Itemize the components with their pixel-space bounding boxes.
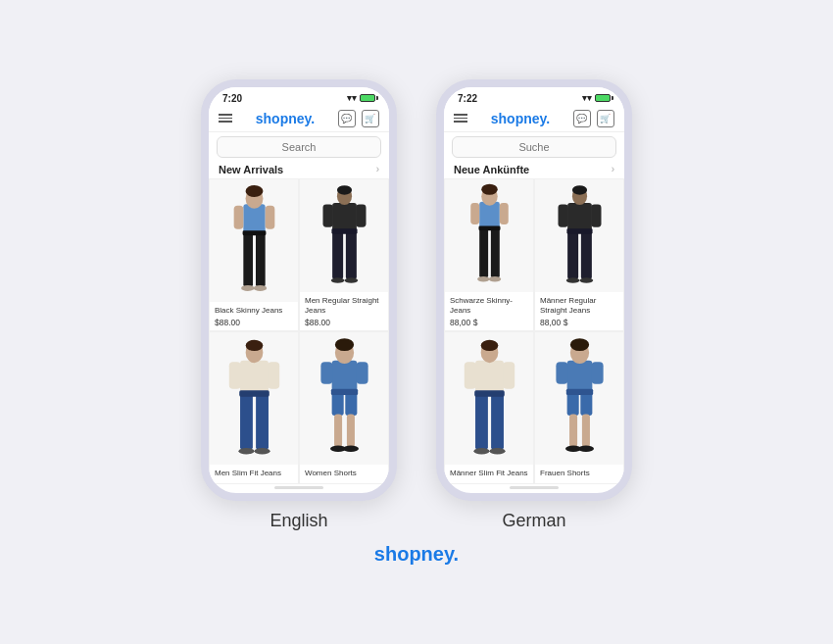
product-image [535,332,623,465]
phone-german: 7:22 ▾▾ shopney. 💬 🛒 Neue Ankünfte › [436,79,632,501]
svg-point-9 [253,285,266,291]
product-info: Männer Slim Fit Jeans [445,465,533,483]
svg-point-70 [473,448,489,454]
section-arrow[interactable]: › [612,164,614,174]
product-name: Black Skinny Jeans [215,306,293,316]
product-name: Schwarze Skinny-Jeans [450,296,528,315]
svg-rect-79 [565,389,592,395]
svg-point-24 [245,340,263,351]
svg-point-28 [238,448,254,454]
product-image [445,179,533,293]
svg-rect-72 [566,361,592,392]
product-info: Männer Regular Straight Jeans88,00 $ [535,292,623,329]
product-info: Men Slim Fit Jeans [210,465,298,483]
menu-icon[interactable] [219,112,232,124]
svg-rect-53 [558,205,567,227]
svg-rect-54 [591,205,601,227]
chat-icon[interactable]: 💬 [573,110,591,127]
product-info: Black Skinny Jeans$88.00 [210,302,298,330]
battery-icon [360,94,375,102]
product-cell[interactable]: Women Shorts [299,331,389,484]
phone-container-english: 7:20 ▾▾ shopney. 💬 🛒 New Arrivals › [201,79,397,531]
product-cell[interactable]: Männer Slim Fit Jeans [444,331,534,484]
svg-rect-52 [567,203,592,231]
product-name: Männer Slim Fit Jeans [450,469,528,478]
product-price: $88.00 [305,318,383,327]
menu-icon[interactable] [454,112,467,124]
shopney-logo: shopney. [491,111,550,126]
svg-rect-25 [240,392,253,450]
svg-rect-21 [228,362,240,388]
home-indicator [274,486,323,489]
wifi-icon: ▾▾ [347,93,357,103]
product-cell[interactable]: Men Slim Fit Jeans [209,331,299,484]
footer-logo: shopney. [374,543,459,566]
svg-rect-81 [581,414,589,447]
svg-rect-2 [265,205,274,228]
phones-row: 7:20 ▾▾ shopney. 💬 🛒 New Arrivals › [201,79,632,531]
search-input[interactable] [217,136,381,158]
section-arrow[interactable]: › [376,164,379,174]
product-grid: Schwarze Skinny-Jeans88,00 $ Männer Regu… [444,178,624,484]
product-info: Frauen Shorts [535,465,623,483]
svg-point-76 [569,338,588,351]
time-display: 7:22 [458,93,477,104]
product-name: Frauen Shorts [540,469,618,478]
svg-rect-68 [491,392,504,450]
svg-point-29 [254,448,270,454]
product-name: Men Regular Straight Jeans [305,296,383,315]
svg-rect-59 [566,229,592,235]
search-input[interactable] [452,136,616,158]
section-header: Neue Ankünfte › [444,162,624,178]
product-info: Men Regular Straight Jeans$88.00 [300,292,388,329]
svg-point-83 [577,445,593,451]
product-cell[interactable]: Men Regular Straight Jeans$88.00 [299,178,389,331]
svg-rect-11 [322,205,332,227]
section-title: New Arrivals [219,164,283,175]
svg-rect-80 [569,414,577,447]
svg-rect-12 [356,205,366,227]
product-cell[interactable]: Schwarze Skinny-Jeans88,00 $ [444,178,534,331]
status-icons: ▾▾ [582,93,611,103]
cart-icon[interactable]: 🛒 [362,110,379,127]
svg-rect-15 [332,230,343,279]
svg-rect-64 [503,362,514,388]
product-cell[interactable]: Black Skinny Jeans$88.00 [209,178,299,331]
product-image [535,179,623,293]
shopney-logo: shopney. [256,111,315,126]
product-image [300,179,388,293]
product-image [210,332,298,465]
svg-point-19 [344,278,358,284]
phone-english: 7:20 ▾▾ shopney. 💬 🛒 New Arrivals › [201,79,397,501]
svg-rect-5 [243,231,253,286]
svg-point-61 [579,278,593,284]
section-title: Neue Ankünfte [454,164,529,175]
product-image [210,179,298,302]
cart-icon[interactable]: 🛒 [597,110,614,127]
product-cell[interactable]: Frauen Shorts [534,331,624,484]
search-bar [452,136,616,158]
svg-rect-16 [345,230,356,279]
notch-bar: 7:22 ▾▾ [444,87,624,106]
svg-point-8 [241,285,254,291]
wifi-icon: ▾▾ [582,93,592,103]
product-price: $88.00 [215,318,293,327]
product-price: 88,00 $ [540,318,618,327]
product-price: 88,00 $ [450,318,528,327]
svg-rect-37 [330,389,357,395]
svg-rect-38 [334,414,342,447]
svg-point-51 [488,276,500,282]
chat-icon[interactable]: 💬 [338,110,356,127]
product-image [445,332,533,465]
svg-point-60 [565,278,579,284]
svg-rect-39 [346,414,354,447]
status-icons: ▾▾ [347,93,375,103]
product-cell[interactable]: Männer Regular Straight Jeans88,00 $ [534,178,624,331]
svg-rect-62 [475,361,504,394]
app-header: shopney. 💬 🛒 [209,106,389,132]
svg-rect-67 [475,392,488,450]
product-name: Men Slim Fit Jeans [215,469,293,478]
header-icons: 💬 🛒 [573,110,614,127]
svg-rect-30 [331,361,357,392]
svg-point-14 [336,186,351,196]
